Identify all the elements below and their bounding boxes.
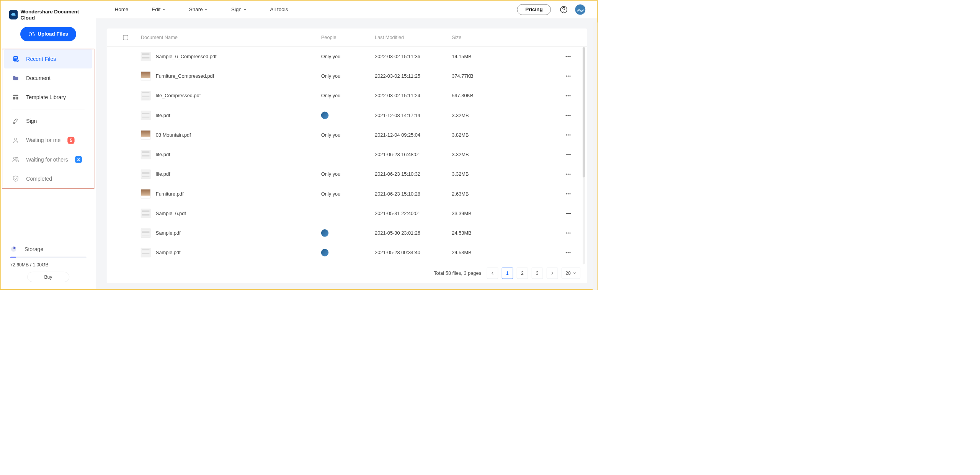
svg-point-19 (568, 75, 569, 77)
files-table: Document Name People Last Modified Size … (107, 28, 587, 283)
file-thumbnail (141, 189, 151, 198)
column-modified[interactable]: Last Modified (375, 35, 452, 41)
page-scrollbar[interactable] (593, 23, 597, 290)
storage-progress-bar (10, 256, 86, 258)
sidebar-item-sign[interactable]: Sign (2, 112, 94, 131)
sidebar-item-waiting-for-me[interactable]: Waiting for me 5 (2, 131, 94, 150)
pricing-button[interactable]: Pricing (517, 4, 551, 15)
people-icon (12, 156, 19, 163)
file-size: 3.32MB (452, 171, 552, 177)
shield-check-icon (12, 175, 19, 182)
file-people: Only you (321, 191, 375, 197)
pagination-prev[interactable] (487, 268, 498, 279)
file-thumbnail (141, 130, 151, 139)
more-actions-button[interactable] (565, 173, 571, 175)
more-actions-button[interactable] (565, 114, 571, 116)
more-actions-button[interactable] (565, 75, 571, 77)
sidebar-item-completed[interactable]: Completed (2, 169, 94, 188)
more-actions-button[interactable] (565, 232, 571, 234)
sidebar-item-label: Waiting for others (26, 156, 68, 162)
svg-rect-1 (14, 57, 17, 58)
sidebar-item-label: Completed (26, 175, 52, 181)
file-size: 3.82MB (452, 132, 552, 138)
chevron-down-icon (243, 8, 247, 11)
file-thumbnail (141, 170, 151, 179)
table-header: Document Name People Last Modified Size (107, 28, 587, 47)
file-thumbnail (141, 150, 151, 159)
file-size: 2.63MB (452, 191, 552, 197)
sidebar-item-recent-files[interactable]: Recent Files (4, 49, 92, 69)
svg-point-9 (13, 157, 16, 160)
file-name: Furniture.pdf (156, 191, 184, 197)
table-row[interactable]: life.pdf2021-06-23 16:48:013.32MB (107, 145, 587, 164)
file-people: Only you (321, 171, 375, 177)
no-action-icon (566, 154, 571, 155)
file-name: Sample.pdf (156, 250, 181, 256)
more-actions-button[interactable] (565, 95, 571, 97)
svg-point-27 (566, 134, 567, 135)
table-row[interactable]: life_Compressed.pdfOnly you2022-03-02 15… (107, 86, 587, 105)
nav-home[interactable]: Home (115, 7, 129, 13)
more-actions-button[interactable] (565, 55, 571, 57)
sidebar-item-label: Sign (26, 118, 37, 124)
file-name: life.pdf (156, 152, 170, 158)
sidebar-item-waiting-for-others[interactable]: Waiting for others 3 (2, 150, 94, 169)
file-people: Only you (321, 54, 375, 59)
user-avatar[interactable] (575, 5, 585, 15)
pagination-page-1[interactable]: 1 (502, 268, 513, 279)
svg-point-38 (569, 232, 570, 233)
sidebar-item-document[interactable]: Document (2, 69, 94, 88)
table-row[interactable]: Sample.pdf2021-05-28 00:34:4024.53MB (107, 243, 587, 262)
svg-point-31 (568, 173, 569, 175)
table-row[interactable]: Furniture_Compressed.pdfOnly you2022-03-… (107, 66, 587, 86)
more-actions-button[interactable] (565, 134, 571, 136)
shared-avatar-icon (321, 112, 329, 119)
nav-all-tools[interactable]: All tools (270, 7, 288, 13)
file-name: life.pdf (156, 171, 170, 177)
sidebar-item-template-library[interactable]: Template Library (2, 88, 94, 107)
table-row[interactable]: Sample_6.pdf2021-05-31 22:40:0133.39MB (107, 204, 587, 223)
help-icon[interactable] (559, 5, 568, 14)
pagination-next[interactable] (547, 268, 558, 279)
table-row[interactable]: life.pdf2021-12-08 14:17:143.32MB (107, 106, 587, 125)
template-icon (12, 94, 19, 101)
column-people[interactable]: People (321, 35, 375, 41)
sidebar-item-label: Recent Files (26, 55, 56, 62)
svg-point-22 (568, 95, 569, 96)
page-size-select[interactable]: 20 (562, 268, 580, 279)
file-modified: 2021-06-23 15:10:32 (375, 171, 452, 177)
nav-edit[interactable]: Edit (152, 7, 166, 13)
buy-button[interactable]: Buy (27, 272, 69, 282)
pagination-page-3[interactable]: 3 (532, 268, 543, 279)
table-row[interactable]: Sample.pdf2021-05-30 23:01:2624.53MB (107, 223, 587, 243)
pagination-page-2[interactable]: 2 (517, 268, 528, 279)
file-people (321, 229, 375, 237)
storage-pie-icon (10, 246, 17, 253)
svg-point-21 (566, 95, 567, 96)
svg-point-26 (569, 115, 570, 116)
file-name: life_Compressed.pdf (156, 93, 201, 99)
nav-share[interactable]: Share (189, 7, 208, 13)
file-size: 33.39MB (452, 211, 552, 216)
more-actions-button[interactable] (565, 252, 571, 254)
svg-point-35 (569, 193, 570, 194)
table-row[interactable]: life.pdfOnly you2021-06-23 15:10:323.32M… (107, 164, 587, 184)
table-row[interactable]: Furniture.pdfOnly you2021-06-23 15:10:28… (107, 184, 587, 204)
svg-point-36 (566, 232, 567, 233)
file-thumbnail (141, 248, 151, 257)
more-actions-button[interactable] (565, 193, 571, 195)
table-scrollbar[interactable] (583, 47, 585, 264)
file-people (321, 112, 375, 119)
svg-rect-6 (13, 97, 15, 100)
column-size[interactable]: Size (452, 35, 552, 41)
table-row[interactable]: Sample_6_Compressed.pdfOnly you2022-03-0… (107, 47, 587, 66)
table-row[interactable]: 03 Mountain.pdfOnly you2021-12-04 09:25:… (107, 125, 587, 145)
file-thumbnail (141, 229, 151, 238)
upload-button[interactable]: Upload Files (20, 27, 76, 41)
column-name[interactable]: Document Name (141, 35, 321, 41)
nav-sign[interactable]: Sign (231, 7, 247, 13)
svg-point-25 (568, 115, 569, 116)
select-all-checkbox[interactable] (123, 35, 128, 40)
svg-point-28 (568, 134, 569, 135)
file-size: 374.77KB (452, 73, 552, 79)
